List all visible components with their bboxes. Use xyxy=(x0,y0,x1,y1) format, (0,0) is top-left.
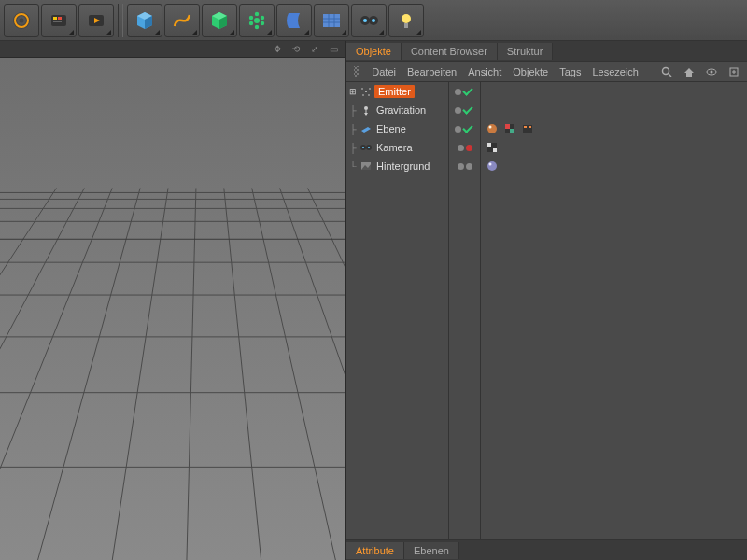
menu-objekte[interactable]: Objekte xyxy=(513,66,548,77)
vis-dot-icon[interactable] xyxy=(466,163,472,170)
render-icon[interactable] xyxy=(78,4,114,37)
svg-point-62 xyxy=(361,88,363,90)
svg-point-18 xyxy=(261,21,264,24)
gravity-icon xyxy=(359,104,373,117)
menu-lesezeichen[interactable]: Lesezeich xyxy=(592,66,639,77)
nurbs-icon[interactable] xyxy=(202,4,237,37)
move-icon[interactable]: ✥ xyxy=(271,43,284,56)
home-icon[interactable] xyxy=(684,65,695,78)
svg-point-64 xyxy=(362,94,364,96)
material-tag-icon[interactable] xyxy=(485,121,500,136)
svg-marker-69 xyxy=(361,127,371,133)
menu-ansicht[interactable]: Ansicht xyxy=(468,66,501,77)
visibility-cell xyxy=(449,101,480,119)
spline-icon[interactable] xyxy=(164,4,200,37)
eye-icon[interactable] xyxy=(706,65,717,78)
svg-point-15 xyxy=(254,18,260,23)
object-row-emitter[interactable]: ⊞ Emitter xyxy=(346,82,448,101)
svg-point-19 xyxy=(255,24,259,28)
object-name[interactable]: Hintergrund xyxy=(374,161,430,172)
material-tag-icon[interactable] xyxy=(485,159,500,174)
object-row-ebene[interactable]: ├ Ebene xyxy=(346,119,448,138)
array-icon[interactable] xyxy=(239,4,275,37)
vis-dot-icon[interactable] xyxy=(455,107,461,114)
object-row-kamera[interactable]: ├ Kamera xyxy=(346,138,448,157)
svg-point-63 xyxy=(369,88,371,90)
preferences-icon[interactable] xyxy=(4,4,39,37)
target-tag-icon[interactable] xyxy=(485,140,500,155)
svg-point-57 xyxy=(711,70,713,73)
svg-point-20 xyxy=(249,21,253,24)
svg-point-76 xyxy=(487,124,497,133)
tab-attribute[interactable]: Attribute xyxy=(346,542,404,559)
object-name[interactable]: Ebene xyxy=(374,123,406,134)
enable-check-icon[interactable] xyxy=(463,123,474,134)
deformer-icon[interactable] xyxy=(276,4,312,37)
svg-rect-86 xyxy=(493,148,497,152)
vis-dot-icon[interactable] xyxy=(458,163,464,170)
menu-bearbeiten[interactable]: Bearbeiten xyxy=(407,66,457,77)
visibility-cell xyxy=(449,82,480,101)
viewport-3d[interactable] xyxy=(0,58,345,560)
tab-ebenen[interactable]: Ebenen xyxy=(404,542,459,559)
viewport-header: ✥ ⟲ ⤢ ▭ xyxy=(0,41,345,58)
maximize-icon[interactable]: ▭ xyxy=(327,43,340,56)
tags-column xyxy=(481,82,747,539)
camera-icon[interactable] xyxy=(351,4,387,37)
svg-line-36 xyxy=(38,188,141,560)
search-icon[interactable] xyxy=(661,65,672,78)
compositing-tag-icon[interactable] xyxy=(502,121,517,136)
svg-point-87 xyxy=(487,161,497,171)
vis-dot-icon[interactable] xyxy=(455,89,461,95)
app-root: ✥ ⟲ ⤢ ▭ xyxy=(0,0,747,560)
tree-connector: ├ xyxy=(348,124,358,134)
svg-point-2 xyxy=(20,18,24,22)
svg-line-54 xyxy=(669,74,671,77)
svg-line-37 xyxy=(112,188,168,560)
visibility-cell xyxy=(449,119,480,138)
viewport-panel: ✥ ⟲ ⤢ ▭ xyxy=(0,41,345,560)
plus-icon[interactable] xyxy=(728,65,740,78)
render-settings-icon[interactable] xyxy=(41,4,77,37)
floor-icon[interactable] xyxy=(314,4,349,37)
svg-point-65 xyxy=(368,94,370,96)
object-name[interactable]: Gravitation xyxy=(374,105,426,116)
svg-line-42 xyxy=(307,188,345,560)
svg-point-28 xyxy=(363,19,367,22)
tag-cell xyxy=(481,101,747,119)
tab-content-browser[interactable]: Content Browser xyxy=(402,43,498,60)
drag-handle-icon[interactable] xyxy=(354,66,359,77)
svg-rect-79 xyxy=(505,124,510,129)
enable-check-icon[interactable] xyxy=(463,86,474,97)
expand-icon[interactable]: ⊞ xyxy=(348,87,358,96)
svg-point-66 xyxy=(364,106,368,110)
tag-cell xyxy=(481,138,747,157)
vis-dot-icon[interactable] xyxy=(455,126,461,133)
cube-primitive-icon[interactable] xyxy=(127,4,162,37)
object-row-gravitation[interactable]: ├ Gravitation xyxy=(346,101,448,119)
object-name[interactable]: Kamera xyxy=(374,142,413,153)
vis-dot-icon[interactable] xyxy=(466,145,472,151)
zoom-icon[interactable]: ⤢ xyxy=(308,43,321,56)
svg-rect-82 xyxy=(524,126,527,128)
menu-tags[interactable]: Tags xyxy=(559,66,581,77)
main-row: ✥ ⟲ ⤢ ▭ xyxy=(0,41,747,560)
vis-dot-icon[interactable] xyxy=(458,145,464,151)
light-icon[interactable] xyxy=(388,4,424,37)
svg-point-73 xyxy=(368,147,370,148)
svg-point-16 xyxy=(255,11,259,15)
svg-point-61 xyxy=(365,91,367,92)
rotate-icon[interactable]: ⟲ xyxy=(289,43,303,56)
svg-rect-22 xyxy=(323,14,340,27)
object-name[interactable]: Emitter xyxy=(374,85,415,98)
svg-line-39 xyxy=(224,188,261,560)
menu-datei[interactable]: Datei xyxy=(372,66,396,77)
object-row-hintergrund[interactable]: └ Hintergrund xyxy=(346,157,448,175)
enable-check-icon[interactable] xyxy=(463,105,474,116)
xpresso-tag-icon[interactable] xyxy=(520,121,535,136)
tab-objects[interactable]: Objekte xyxy=(346,43,402,60)
grid-floor xyxy=(0,58,345,560)
svg-line-34 xyxy=(0,188,84,560)
emitter-icon xyxy=(359,85,373,98)
tab-structure[interactable]: Struktur xyxy=(498,43,554,60)
